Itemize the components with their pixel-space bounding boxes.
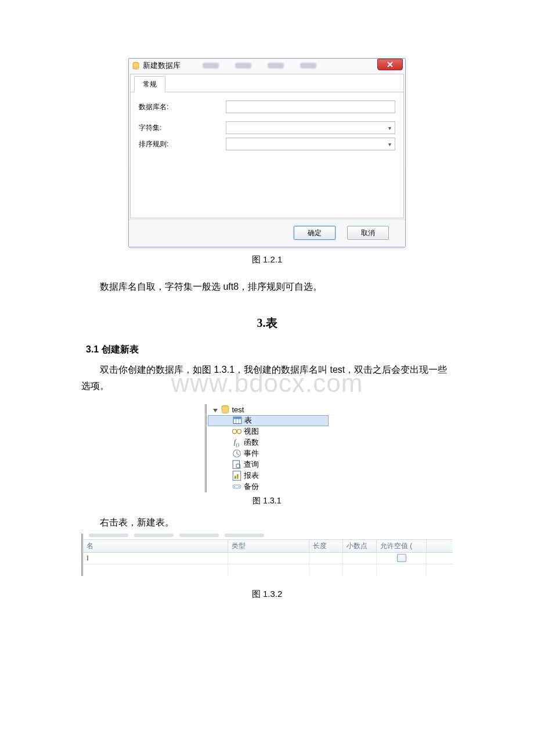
label-charset: 字符集: [139, 123, 226, 133]
section-3-title: 3.表 [81, 315, 453, 331]
svg-rect-10 [233, 460, 239, 469]
close-button[interactable] [377, 59, 403, 70]
designer-grid-header: 名 类型 长度 小数点 允许空值 ( [83, 539, 453, 553]
ok-button[interactable]: 确定 [294, 226, 335, 240]
figure-caption-1-3-1: 图 1.3.1 [81, 496, 453, 506]
new-database-dialog: 新建数据库 常规 数据库名: 字符集: [128, 58, 406, 247]
disclosure-triangle-icon[interactable] [212, 406, 218, 412]
figure-1-3-1: test 表 视图 f() 函数 事件 查询 报表 [205, 404, 330, 492]
cell-decimal[interactable] [343, 553, 377, 564]
tree-item-query[interactable]: 查询 [207, 459, 330, 470]
col-header-nullable[interactable]: 允许空值 ( [377, 540, 427, 552]
database-icon [132, 62, 139, 70]
cell-empty[interactable] [228, 564, 309, 576]
cell-name[interactable]: I [83, 553, 228, 564]
tab-row: 常规 [131, 74, 403, 92]
col-header-name[interactable]: 名 [83, 540, 228, 552]
event-icon [232, 449, 241, 458]
label-collation: 排序规则: [139, 139, 226, 149]
cell-empty[interactable] [309, 564, 343, 576]
tree-item-label: 事件 [244, 448, 259, 459]
col-header-decimal[interactable]: 小数点 [343, 540, 377, 552]
svg-point-8 [237, 430, 241, 434]
svg-rect-15 [237, 474, 239, 479]
blurred-toolbar [203, 63, 316, 69]
dialog-body: 常规 数据库名: 字符集: 排序规则: [130, 74, 404, 218]
paragraph-right-click-table: 右击表，新建表。 [81, 517, 453, 529]
paragraph-db-hint: 数据库名自取，字符集一般选 uft8，排序规则可自选。 [81, 280, 453, 293]
figure-1-3-2: 名 类型 长度 小数点 允许空值 ( I [81, 534, 453, 576]
cell-length[interactable] [309, 553, 343, 564]
tree-item-label: 表 [244, 415, 252, 426]
cell-nullable[interactable] [377, 553, 427, 564]
svg-point-18 [239, 486, 240, 487]
tree-item-label: 查询 [244, 459, 259, 470]
charset-combo[interactable] [226, 121, 395, 134]
dialog-button-row: 确定 取消 [129, 219, 405, 247]
figure-caption-1-2-1: 图 1.2.1 [81, 254, 453, 265]
designer-grid-row[interactable]: I [83, 553, 453, 564]
tree-root-label: test [232, 405, 244, 414]
tree-item-table[interactable]: 表 [208, 415, 329, 426]
tree-item-backup[interactable]: 备份 [207, 481, 330, 492]
database-icon [221, 405, 230, 413]
col-header-type[interactable]: 类型 [228, 540, 309, 552]
collation-combo[interactable] [226, 138, 395, 150]
view-icon [232, 427, 241, 435]
cancel-button[interactable]: 取消 [347, 226, 389, 240]
function-icon: f() [232, 438, 241, 447]
subsection-3-1-title: 3.1 创建新表 [81, 344, 453, 356]
database-name-input[interactable] [226, 100, 395, 113]
close-icon [386, 60, 394, 69]
tree-item-event[interactable]: 事件 [207, 448, 330, 459]
tree-item-report[interactable]: 报表 [207, 470, 330, 481]
tree-root-test[interactable]: test [207, 404, 330, 415]
cell-empty[interactable] [343, 564, 377, 576]
blurred-item [268, 63, 284, 69]
watermark-text: www.bdocx.com [171, 369, 363, 398]
tree-item-label: 报表 [244, 470, 259, 481]
tab-general[interactable]: 常规 [134, 76, 165, 92]
svg-rect-4 [233, 417, 241, 419]
col-header-length[interactable]: 长度 [309, 540, 343, 552]
blurred-item [203, 63, 219, 69]
tree-item-label: 视图 [244, 426, 259, 437]
tree-item-label: 备份 [244, 481, 259, 492]
blurred-item [235, 63, 251, 69]
table-icon [233, 416, 242, 424]
dialog-title: 新建数据库 [143, 60, 181, 71]
designer-grid-row[interactable] [83, 564, 453, 576]
blurred-item [300, 63, 316, 69]
tree-item-view[interactable]: 视图 [207, 426, 330, 437]
backup-icon [232, 483, 241, 491]
cell-empty[interactable] [377, 564, 427, 576]
tree-item-label: 函数 [244, 437, 259, 448]
dialog-titlebar: 新建数据库 [129, 59, 405, 73]
svg-point-7 [232, 430, 236, 434]
nullable-checkbox[interactable] [397, 554, 406, 562]
designer-toolbar-blur [83, 534, 453, 539]
tree-item-function[interactable]: f() 函数 [207, 437, 330, 448]
figure-1-2-1: 新建数据库 常规 数据库名: 字符集: [128, 58, 406, 247]
text-cursor-icon: I [86, 554, 89, 563]
cell-type[interactable] [228, 553, 309, 564]
figure-caption-1-3-2: 图 1.3.2 [81, 589, 453, 600]
label-database-name: 数据库名: [139, 102, 226, 112]
cell-empty[interactable] [83, 564, 228, 576]
svg-point-17 [234, 486, 235, 487]
report-icon [232, 471, 241, 480]
query-icon [232, 460, 241, 469]
svg-rect-14 [234, 476, 236, 478]
